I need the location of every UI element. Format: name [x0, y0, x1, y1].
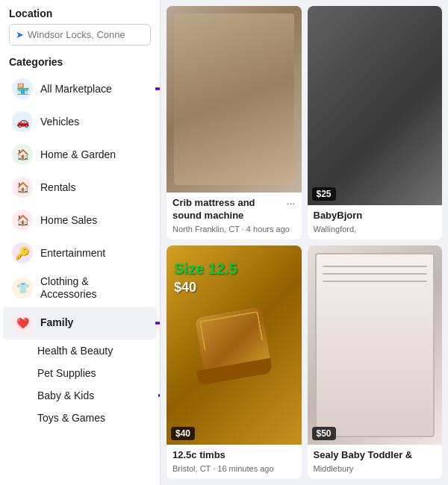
listing-title-timbs: 12.5c timbs — [172, 449, 296, 462]
listing-info-mattress: ··· Crib mattress and sound machine Nort… — [167, 193, 302, 240]
listing-location-babybjorn: Wallingford, — [314, 225, 357, 234]
sidebar-subitem-baby-kids[interactable]: Baby & Kids — [0, 384, 160, 407]
free-badge: FREE — [213, 90, 255, 108]
listing-more-button[interactable]: ··· — [287, 197, 296, 209]
all-marketplace-label: All Marketplace — [40, 83, 112, 96]
sidebar-subitem-toys-games[interactable]: Toys & Games — [0, 407, 160, 429]
location-input[interactable] — [28, 29, 144, 40]
home-garden-label: Home & Garden — [40, 148, 116, 161]
listing-card-babybjorn[interactable]: $25 BabyBjorn Wallingford, — [308, 6, 443, 240]
sidebar-item-vehicles[interactable]: 🚗 Vehicles — [3, 105, 157, 138]
home-garden-icon: 🏠 — [12, 144, 33, 165]
listing-meta-sealy: Middlebury — [314, 464, 437, 473]
sidebar-item-home-sales[interactable]: 🏠 Home Sales — [3, 204, 157, 237]
vehicles-icon: 🚗 — [12, 111, 33, 132]
listing-image-mattress: FREE — [167, 6, 302, 193]
overlay-size-text: Size 12.5 — [174, 260, 237, 278]
listing-time-timbs: 16 minutes ago — [217, 464, 273, 473]
rentals-label: Rentals — [40, 181, 75, 194]
pet-supplies-label: Pet Supplies — [37, 367, 96, 379]
toys-games-label: Toys & Games — [37, 412, 105, 424]
price-badge-sealy: $50 — [312, 427, 336, 440]
home-sales-label: Home Sales — [40, 214, 97, 227]
health-beauty-label: Health & Beauty — [37, 345, 113, 357]
price-badge-babybjorn: $25 — [312, 187, 336, 201]
sidebar-item-home-garden[interactable]: 🏠 Home & Garden — [3, 138, 157, 171]
listing-image-sealy: $50 — [308, 245, 443, 445]
entertainment-label: Entertainment — [40, 247, 105, 260]
listing-image-boots: Size 12.5 $40 $40 — [167, 245, 302, 445]
sidebar-item-entertainment[interactable]: 🔑 Entertainment — [3, 237, 157, 269]
family-icon: ❤️ — [12, 313, 33, 334]
listing-image-chair: $25 — [308, 6, 443, 205]
location-icon: ➤ — [16, 29, 24, 40]
listing-meta-timbs: Bristol, CT · 16 minutes ago — [172, 464, 296, 473]
sidebar-subitem-health-beauty[interactable]: Health & Beauty — [0, 340, 160, 362]
clothing-label: Clothing & Accessories — [40, 275, 96, 301]
sidebar-item-family[interactable]: ❤️ Family — [3, 307, 157, 340]
listing-card-timbs[interactable]: Size 12.5 $40 $40 12.5c timbs Bristol, C… — [167, 245, 302, 479]
sidebar-subitem-pet-supplies[interactable]: Pet Supplies — [0, 362, 160, 384]
family-label: Family — [40, 316, 73, 329]
listing-location-sealy: Middlebury — [314, 464, 354, 473]
listing-location-mattress: North Franklin, CT — [172, 225, 240, 234]
listing-title-sealy: Sealy Baby Toddler & — [314, 449, 437, 462]
all-marketplace-icon: 🏪 — [12, 78, 33, 99]
listing-title-mattress: Crib mattress and sound machine — [172, 197, 296, 222]
main-content: FREE ··· Crib mattress and sound machine… — [161, 0, 448, 485]
entertainment-icon: 🔑 — [12, 242, 33, 263]
arrow-3 — [155, 384, 160, 407]
listing-info-timbs: 12.5c timbs Bristol, CT · 16 minutes ago — [167, 445, 302, 479]
location-section: Location ➤ — [0, 0, 160, 51]
baby-kids-label: Baby & Kids — [37, 389, 94, 401]
arrow-2 — [152, 312, 160, 334]
vehicles-label: Vehicles — [40, 116, 79, 128]
sidebar-item-clothing[interactable]: 👕 Clothing & Accessories — [3, 269, 157, 307]
categories-label: Categories — [0, 51, 160, 72]
rentals-icon: 🏠 — [12, 177, 33, 198]
home-sales-icon: 🏠 — [12, 210, 33, 231]
listing-meta-babybjorn: Wallingford, — [314, 225, 437, 234]
sidebar-item-all-marketplace[interactable]: 🏪 All Marketplace — [3, 72, 157, 105]
listing-location-timbs: Bristol, CT — [172, 464, 211, 473]
price-badge-timbs: $40 — [171, 427, 195, 440]
location-label: Location — [9, 7, 151, 19]
listing-card-crib-mattress[interactable]: FREE ··· Crib mattress and sound machine… — [167, 6, 302, 240]
listing-card-sealy[interactable]: $50 Sealy Baby Toddler & Middlebury — [308, 245, 443, 479]
sidebar-item-rentals[interactable]: 🏠 Rentals — [3, 171, 157, 204]
arrow-1 — [152, 78, 160, 100]
sidebar-scroll: 🏪 All Marketplace 🚗 Vehicles 🏠 Home & Ga… — [0, 72, 160, 485]
listing-info-babybjorn: BabyBjorn Wallingford, — [308, 205, 443, 240]
clothing-icon: 👕 — [12, 278, 33, 298]
listing-meta-mattress: North Franklin, CT · 4 hours ago — [172, 225, 296, 234]
listing-time-mattress: 4 hours ago — [246, 225, 290, 234]
sidebar: Location ➤ Categories 🏪 All Marketplace — [0, 0, 161, 485]
location-input-wrap[interactable]: ➤ — [9, 24, 151, 46]
overlay-price-text: $40 — [174, 280, 196, 295]
listing-info-sealy: Sealy Baby Toddler & Middlebury — [308, 445, 443, 479]
listing-title-babybjorn: BabyBjorn — [314, 210, 437, 222]
